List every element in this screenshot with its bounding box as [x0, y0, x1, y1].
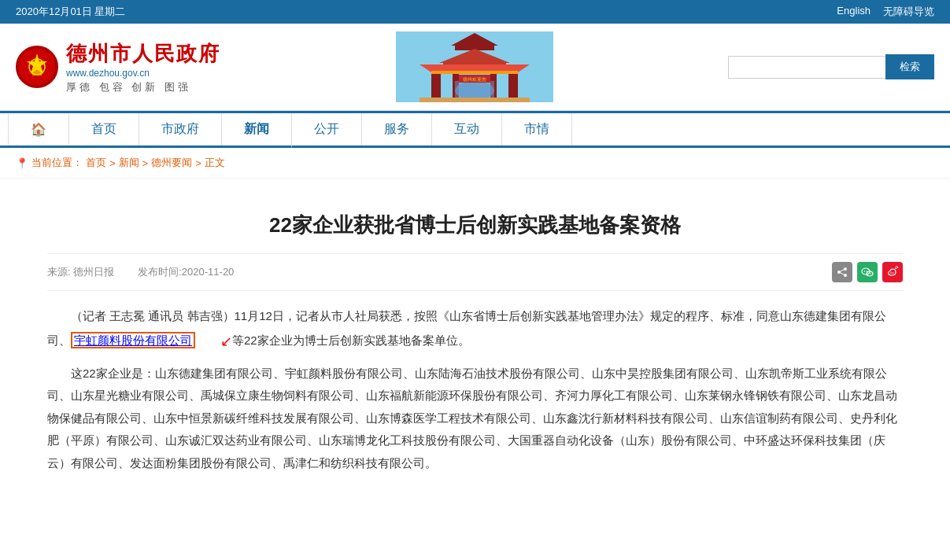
svg-point-28 [864, 271, 866, 272]
red-arrow-icon: ↙ [197, 328, 232, 355]
svg-point-31 [870, 273, 871, 274]
svg-point-32 [890, 272, 892, 274]
search-button[interactable]: 检索 [885, 54, 934, 79]
svg-rect-4 [35, 67, 39, 70]
gov-slogan: 厚德 包容 创新 图强 [66, 80, 220, 94]
article-body: （记者 王志冕 通讯员 韩吉强）11月12日，记者从市人社局获悉，按照《山东省博… [47, 305, 903, 474]
share-button[interactable] [832, 262, 852, 282]
government-emblem [16, 46, 58, 88]
svg-rect-11 [431, 72, 441, 101]
nav-home[interactable]: 🏠 [8, 114, 69, 145]
svg-rect-17 [431, 71, 518, 74]
nav-shizhengfu[interactable]: 市政府 [139, 113, 222, 146]
wechat-share-button[interactable] [857, 262, 878, 282]
svg-line-25 [839, 272, 845, 275]
svg-rect-3 [32, 69, 42, 76]
header: 德州市人民政府 www.dezhou.gov.cn 厚德 包容 创新 图强 [0, 24, 950, 111]
search-input[interactable] [728, 56, 885, 79]
home-icon: 🏠 [31, 122, 46, 137]
article-paragraph-1: （记者 王志冕 通讯员 韩吉强）11月12日，记者从市人社局获悉，按照《山东省博… [47, 305, 903, 355]
main-nav: 🏠 首页 市政府 新闻 公开 服务 互动 市情 [0, 111, 950, 148]
svg-point-30 [868, 273, 870, 274]
main-content: 22家企业获批省博士后创新实践基地备案资格 来源: 德州日报 发布时间:2020… [0, 179, 950, 506]
nav-shiqing[interactable]: 市情 [502, 113, 572, 146]
nav-shizhengfu-label: 市政府 [161, 121, 199, 138]
nav-hudong[interactable]: 互动 [432, 113, 502, 146]
search-area: 检索 [728, 54, 934, 79]
share-icons [832, 262, 903, 282]
gov-url: www.dezhou.gov.cn [66, 68, 220, 79]
nav-gongkai-label: 公开 [314, 121, 339, 138]
svg-text:德州欢迎您: 德州欢迎您 [463, 76, 486, 82]
breadcrumb-news[interactable]: 新闻 [119, 156, 139, 170]
nav-fuwu-label: 服务 [384, 121, 409, 138]
svg-point-29 [867, 271, 868, 272]
article-title: 22家企业获批省博士后创新实践基地备案资格 [47, 210, 903, 241]
logo-text: 德州市人民政府 www.dezhou.gov.cn 厚德 包容 创新 图强 [66, 40, 220, 94]
breadcrumb-home[interactable]: 首页 [86, 156, 106, 170]
breadcrumb-current: 正文 [205, 156, 225, 170]
svg-line-24 [839, 269, 845, 272]
article-date: 发布时间:2020-11-20 [138, 265, 234, 279]
highlighted-company[interactable]: 宇虹颜料股份有限公司 [71, 332, 195, 348]
date-display: 2020年12月01日 星期二 [16, 5, 125, 19]
top-bar-links: English 无障碍导览 [837, 5, 934, 19]
nav-gongkai[interactable]: 公开 [292, 113, 362, 146]
article-source: 来源: 德州日报 [47, 265, 114, 279]
nav-shouye[interactable]: 首页 [69, 113, 139, 146]
nav-fuwu[interactable]: 服务 [362, 113, 432, 146]
breadcrumb-prefix: 当前位置： [31, 156, 83, 170]
nav-shiqing-label: 市情 [524, 121, 549, 138]
nav-shouye-label: 首页 [91, 121, 116, 138]
accessibility-link[interactable]: 无障碍导览 [883, 5, 934, 19]
article-meta: 来源: 德州日报 发布时间:2020-11-20 [47, 253, 903, 291]
article-paragraph-2: 这22家企业是：山东德建集团有限公司、宇虹颜料股份有限公司、山东陆海石油技术股份… [47, 363, 903, 475]
nav-hudong-label: 互动 [454, 121, 479, 138]
weibo-share-button[interactable] [882, 262, 903, 282]
svg-rect-18 [420, 98, 530, 102]
svg-rect-12 [508, 72, 518, 101]
english-link[interactable]: English [837, 5, 871, 19]
gov-title: 德州市人民政府 [66, 40, 220, 68]
breadcrumb-dezhou[interactable]: 德州要闻 [151, 156, 192, 170]
nav-xinwen[interactable]: 新闻 [222, 113, 292, 148]
gate-image: 德州欢迎您 [236, 31, 712, 102]
logo-area: 德州市人民政府 www.dezhou.gov.cn 厚德 包容 创新 图强 [16, 40, 220, 94]
svg-point-33 [893, 272, 894, 274]
top-bar: 2020年12月01日 星期二 English 无障碍导览 [0, 0, 950, 24]
location-icon: 📍 [16, 157, 28, 169]
nav-xinwen-label: 新闻 [244, 121, 269, 138]
breadcrumb: 📍 当前位置： 首页 > 新闻 > 德州要闻 > 正文 [0, 148, 950, 179]
